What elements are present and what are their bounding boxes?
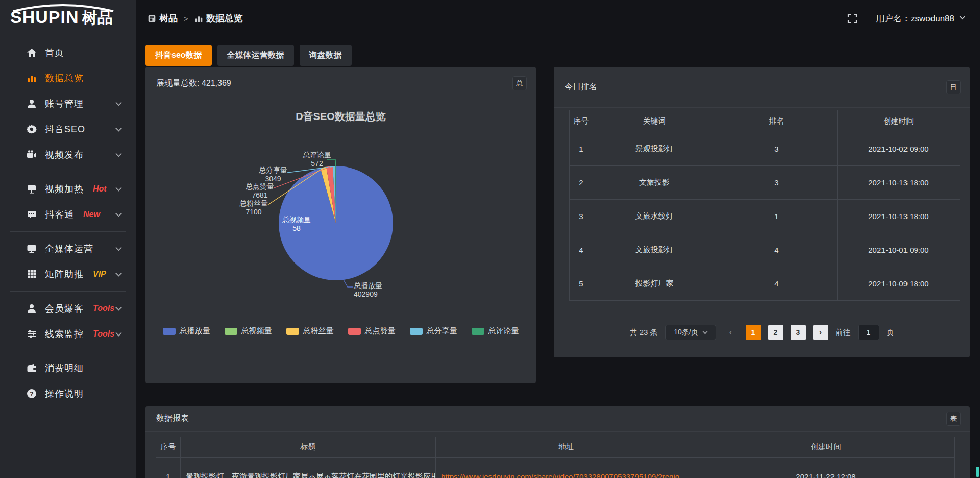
pie-label-shares: 总分享量3049 (252, 166, 295, 183)
top-header: 树品 > 数据总览 用户名：zswodun88 (136, 0, 980, 37)
legend-item-shares[interactable]: 总分享量 (410, 326, 457, 336)
sidebar-item-matrix-boost[interactable]: 矩阵助推 VIP (0, 261, 136, 287)
goto-suffix-label: 页 (887, 328, 894, 338)
sidebar-item-label: 账号管理 (45, 98, 84, 110)
brand-logo[interactable]: SHUPIN树品 (10, 7, 128, 34)
bar-chart-icon (194, 14, 203, 23)
chevron-down-icon (115, 210, 122, 217)
user-icon (27, 99, 37, 109)
page-size-select[interactable]: 10条/页 (665, 325, 716, 340)
goto-label: 前往 (836, 328, 851, 338)
legend-item-fans[interactable]: 总粉丝量 (286, 326, 334, 336)
table-row[interactable]: 2文旅投影 32021-10-13 18:00 (570, 166, 960, 200)
page-1-button[interactable]: 1 (746, 325, 761, 340)
pie-label-plays: 总播放量402909 (354, 281, 405, 299)
breadcrumb-label: 树品 (159, 12, 178, 25)
sidebar-item-label: 首页 (45, 46, 64, 59)
sidebar-item-label: 全媒体运营 (45, 243, 93, 255)
table-row[interactable]: 3文旅水纹灯 12021-10-13 18:00 (570, 200, 960, 233)
fullscreen-icon[interactable] (847, 13, 857, 23)
video-title-cell: 景观投影灯，夜游景观投影灯厂家展示展示落花灯在花园里的灯光投影应用效果 # (181, 458, 436, 478)
sidebar-item-douketong[interactable]: 抖客通 New (0, 202, 136, 227)
tab-media-ops-data[interactable]: 全媒体运营数据 (217, 45, 294, 66)
sidebar-item-label: 抖客通 (45, 208, 74, 221)
chevron-down-icon (115, 245, 122, 251)
column-header-created: 创建时间 (697, 437, 955, 458)
sidebar-item-video-publish[interactable]: 视频发布 (0, 142, 136, 168)
tab-inquiry-data[interactable]: 询盘数据 (300, 45, 352, 66)
chart-legend: 总播放量 总视频量 总粉丝量 总点赞量 总分享量 总评论量 (145, 326, 536, 336)
sidebar-item-data-overview[interactable]: 数据总览 (0, 65, 136, 91)
legend-swatch (286, 328, 299, 335)
chevron-down-icon (115, 270, 122, 277)
table-row[interactable]: 1景观投影灯 32021-10-02 09:00 (570, 132, 960, 166)
chevron-down-icon (702, 329, 707, 334)
sidebar-item-home[interactable]: 首页 (0, 40, 136, 65)
prev-page-button[interactable]: ‹ (723, 325, 739, 340)
breadcrumb-separator: > (184, 14, 188, 23)
sidebar-divider (10, 172, 126, 172)
day-toggle-button[interactable]: 日 (946, 80, 961, 94)
column-header-created: 创建时间 (838, 110, 960, 132)
video-link[interactable]: https://www.iesdouyin.com/share/video/70… (436, 458, 697, 478)
chevron-down-icon (115, 304, 122, 311)
pie-label-comments: 总评论量572 (296, 151, 338, 168)
sidebar-item-label: 抖音SEO (45, 123, 85, 135)
sidebar-item-account[interactable]: 账号管理 (0, 91, 136, 116)
sidebar-item-lead-monitor[interactable]: 线索监控 Tools (0, 321, 136, 347)
legend-item-comments[interactable]: 总评论量 (472, 326, 519, 336)
column-header-no: 序号 (156, 437, 181, 458)
breadcrumb: 树品 > 数据总览 (148, 12, 243, 25)
sidebar-item-help[interactable]: ? 操作说明 (0, 381, 136, 407)
member-icon (27, 303, 37, 314)
goto-page-input[interactable] (858, 325, 879, 340)
ranking-table: 序号 关键词 排名 创建时间 1景观投影灯 32021-10-02 09:00 … (569, 110, 960, 301)
chevron-down-icon (115, 151, 122, 157)
table-header-row: 序号 关键词 排名 创建时间 (570, 110, 960, 132)
legend-swatch (163, 328, 176, 335)
legend-item-videos[interactable]: 总视频量 (225, 326, 272, 336)
data-tabs: 抖音seo数据 全媒体运营数据 询盘数据 (145, 45, 352, 66)
table-row[interactable]: 4文旅投影灯 42021-10-01 09:00 (570, 233, 960, 267)
sidebar-item-expense-detail[interactable]: 消费明细 (0, 355, 136, 381)
sidebar-item-label: 线索监控 (45, 328, 84, 340)
help-icon: ? (27, 389, 37, 399)
sidebar-item-label: 会员爆客 (45, 302, 84, 315)
legend-item-likes[interactable]: 总点赞量 (348, 326, 396, 336)
page-3-button[interactable]: 3 (791, 325, 806, 340)
legend-item-plays[interactable]: 总播放量 (163, 326, 210, 336)
column-header-url: 地址 (436, 437, 697, 458)
chevron-down-icon (115, 125, 122, 132)
user-menu[interactable]: 用户名：zswodun88 (876, 13, 964, 25)
sidebar-item-member-burst[interactable]: 会员爆客 Tools (0, 296, 136, 321)
sidebar-item-label: 数据总览 (45, 72, 84, 84)
scrollbar-thumb[interactable] (976, 467, 979, 477)
table-toggle-button[interactable]: 表 (946, 412, 961, 426)
tab-douyin-seo-data[interactable]: 抖音seo数据 (145, 45, 212, 66)
sidebar-divider (10, 291, 126, 292)
svg-text:?: ? (30, 391, 33, 398)
sidebar-item-media-ops[interactable]: 全媒体运营 (0, 236, 136, 261)
next-page-button[interactable]: › (813, 325, 828, 340)
grid-icon (27, 269, 37, 279)
page-2-button[interactable]: 2 (768, 325, 783, 340)
breadcrumb-home[interactable]: 树品 (148, 12, 178, 25)
wallet-icon (27, 363, 37, 373)
tools-badge: Tools (93, 304, 114, 313)
header-right: 用户名：zswodun88 (847, 13, 964, 25)
bar-chart-icon (27, 73, 37, 83)
sidebar-item-douyin-seo[interactable]: 抖音SEO (0, 116, 136, 142)
table-row[interactable]: 5投影灯厂家 42021-10-09 18:00 (570, 267, 960, 301)
chevron-down-icon (115, 185, 122, 192)
report-panel-title: 数据报表 (156, 413, 189, 424)
report-table: 序号 标题 地址 创建时间 1 景观投影灯，夜游景观投影灯厂家展示展示落花灯在花… (156, 437, 955, 478)
gear-icon (27, 124, 37, 134)
pie-label-fans: 总粉丝量7100 (232, 199, 275, 217)
data-report-panel: 数据报表 表 序号 标题 地址 创建时间 1 景观投影灯，夜游景观投影灯厂家展示… (145, 406, 970, 478)
table-row[interactable]: 1 景观投影灯，夜游景观投影灯厂家展示展示落花灯在花园里的灯光投影应用效果 # … (156, 458, 955, 478)
vip-badge: VIP (93, 270, 106, 279)
ranking-panel-title: 今日排名 (565, 82, 597, 92)
sidebar-item-video-heat[interactable]: 视频加热 Hot (0, 176, 136, 202)
monitor-icon (27, 244, 37, 254)
breadcrumb-data-overview[interactable]: 数据总览 (194, 12, 243, 25)
